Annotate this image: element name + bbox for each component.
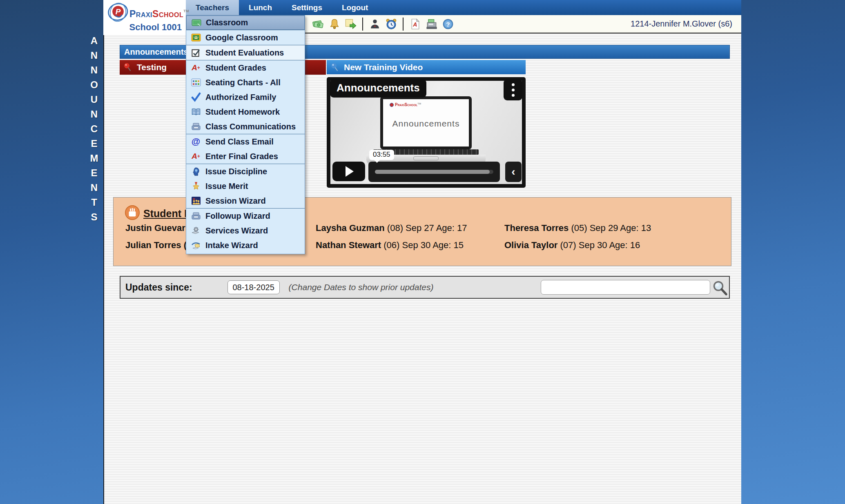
nav-tab-settings[interactable]: Settings — [282, 0, 332, 15]
svg-text:A: A — [412, 21, 417, 27]
school-name: School 1001 — [107, 22, 183, 33]
menu-item-intake-wizard[interactable]: Intake Wizard — [186, 238, 305, 253]
praxischool-logo-icon: P — [107, 2, 129, 23]
red-pushpin-icon — [123, 62, 133, 73]
nav-tab-logout[interactable]: Logout — [332, 0, 378, 15]
cash-register-icon[interactable] — [425, 18, 438, 30]
video-progress-fill — [375, 170, 490, 174]
classroom-icon — [191, 18, 202, 28]
video-kebab-menu[interactable] — [504, 79, 522, 100]
laptop-screen-logo: PraxiSchoolTM — [390, 102, 421, 107]
menu-item-student-homework[interactable]: Student Homework — [186, 104, 305, 119]
video-back-button[interactable]: ‹ — [505, 162, 522, 182]
video-player[interactable]: PraxiSchoolTM Announcements Announcement… — [327, 77, 526, 188]
updates-label: Updates since: — [125, 282, 192, 293]
teachers-dropdown-menu: Classroom Google Classroom Student Evalu… — [186, 15, 305, 254]
menu-item-class-communications[interactable]: Class Communications — [186, 119, 305, 134]
toolbar-divider — [403, 18, 404, 31]
laptop-screen-title: Announcements — [383, 119, 469, 129]
merit-star-icon — [190, 181, 201, 191]
alarm-clock-icon[interactable] — [385, 18, 397, 30]
grade-a-plus-icon: A+ — [190, 151, 201, 162]
at-icon: @ — [190, 136, 201, 147]
updates-hint: (Change Dates to show prior updates) — [289, 282, 434, 292]
nav-tab-teachers[interactable]: Teachers — [186, 0, 239, 15]
money-icon[interactable] — [312, 18, 324, 30]
blue-check-icon — [190, 92, 201, 102]
note-forward-icon[interactable] — [344, 18, 357, 30]
menu-item-services-wizard[interactable]: Services Wizard — [186, 223, 305, 238]
laptop-graphic: PraxiSchoolTM Announcements — [380, 96, 472, 149]
toolbar-divider — [362, 18, 363, 31]
menu-item-student-evaluations[interactable]: Student Evaluations — [186, 45, 305, 60]
discipline-head-icon — [190, 166, 201, 177]
birthday-entry: Nathan Stewart (06) Sep 30 Age: 15 — [316, 240, 464, 251]
svg-text:?: ? — [446, 20, 450, 27]
training-video-header: New Training Video — [327, 60, 526, 74]
menu-item-session-wizard[interactable]: Session Wizard — [186, 193, 305, 208]
menu-item-followup-wizard[interactable]: Followup Wizard — [186, 209, 305, 223]
menu-item-seating-charts[interactable]: Seating Charts - All — [186, 75, 305, 90]
book-icon — [190, 107, 201, 117]
birthday-entry: Laysha Guzman (08) Sep 27 Age: 17 — [316, 223, 467, 233]
announcement-item-label: Testing — [137, 62, 167, 72]
menu-item-classroom[interactable]: Classroom — [186, 16, 305, 30]
services-gear-icon — [190, 225, 201, 236]
pdf-icon[interactable]: A — [409, 18, 421, 30]
nav-tab-lunch[interactable]: Lunch — [239, 0, 282, 15]
search-input[interactable] — [541, 280, 710, 295]
blue-pushpin-icon — [330, 62, 340, 73]
training-video-title: New Training Video — [344, 62, 423, 72]
vertical-announcements-label: ANNOUNCEMENTS — [88, 35, 100, 226]
help-icon[interactable]: ? — [441, 18, 454, 30]
grade-a-plus-icon: A+ — [190, 62, 201, 73]
session-group-icon — [190, 195, 201, 206]
updates-bar: Updates since: (Change Dates to show pri… — [120, 276, 730, 299]
video-play-button[interactable] — [332, 162, 365, 181]
svg-text:P: P — [116, 7, 121, 16]
menu-item-student-grades[interactable]: A+ Student Grades — [186, 60, 305, 75]
video-progress-bar[interactable] — [375, 170, 493, 174]
menu-item-authorized-family[interactable]: Authorized Family — [186, 90, 305, 104]
intake-papers-icon — [190, 240, 201, 251]
person-icon[interactable] — [368, 18, 381, 30]
checkbox-icon — [190, 47, 201, 58]
menu-item-issue-merit[interactable]: Issue Merit — [186, 179, 305, 193]
logo-box[interactable]: P PraxiSchoolTM School 1001 — [103, 0, 186, 35]
video-overlay-title: Announcements — [330, 79, 426, 98]
birthday-cake-icon — [125, 205, 140, 222]
search-icon[interactable] — [712, 280, 728, 296]
birthday-entry: Julian Torres ( — [125, 240, 187, 251]
menu-item-enter-final-grades[interactable]: A+ Enter Final Grades — [186, 149, 305, 164]
menu-item-issue-discipline[interactable]: Issue Discipline — [186, 164, 305, 179]
birthday-entry: Olivia Taylor (07) Sep 30 Age: 16 — [504, 240, 640, 251]
phone-icon — [190, 211, 201, 221]
menu-item-google-classroom[interactable]: Google Classroom — [186, 30, 305, 45]
menu-item-send-class-email[interactable]: @ Send Class Email — [186, 134, 305, 149]
current-user-label: 1214-Jennifer M.Glover (s6) — [631, 15, 732, 33]
top-nav: Teachers Lunch Settings Logout — [186, 0, 741, 15]
brand-text: PraxiSchoolTM — [129, 9, 189, 19]
birthday-entry: Theresa Torres (05) Sep 29 Age: 13 — [504, 223, 651, 233]
updates-date-input[interactable] — [227, 280, 280, 294]
birthdays-title: Student B — [143, 208, 192, 220]
video-time-tooltip: 03:55 — [369, 150, 394, 160]
mini-logo-icon — [390, 103, 394, 107]
praxischool-app: ANNOUNCEMENTS P PraxiSchoolTM School 100… — [0, 0, 845, 504]
birthday-entry: Justin Guevar — [125, 223, 185, 233]
phone-icon — [190, 121, 201, 132]
bell-icon[interactable] — [328, 18, 341, 30]
video-controls-strip — [368, 162, 500, 182]
google-classroom-icon — [190, 32, 201, 43]
play-icon — [346, 166, 354, 177]
seating-grid-icon — [190, 77, 201, 88]
